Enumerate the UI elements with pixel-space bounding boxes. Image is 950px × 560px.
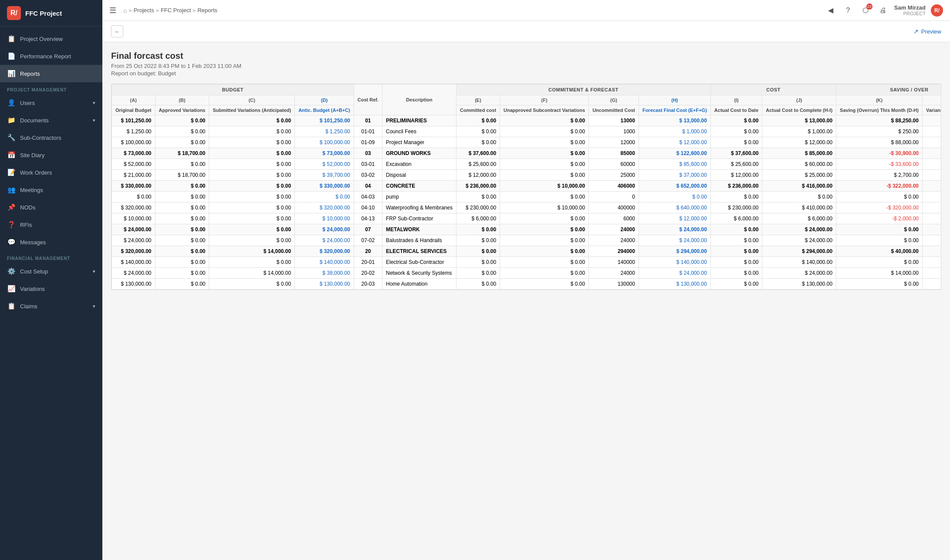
committed-cost-header: Committed cost [456, 105, 500, 115]
col-e-label: (E) [456, 95, 500, 105]
col-c-label: (C) [209, 95, 295, 105]
notification-icon[interactable]: ⬡ 23 [859, 4, 872, 17]
topbar: ☰ ⌂ » Projects » FFC Project » Reports ◀… [102, 0, 950, 21]
user-info: Sam Mirzad PROJECT [894, 4, 926, 16]
table-row: $ 101,250.00$ 0.00$ 0.00$ 101,250.0001PR… [112, 115, 942, 126]
chevron-down-icon: ▾ [93, 118, 95, 123]
actual-to-complete-header: Actual Cost to Complete (H-I) [762, 105, 836, 115]
page-header-bar: ← ↗ Preview [102, 21, 950, 42]
breadcrumb-ffc-project[interactable]: FFC Project [161, 7, 191, 13]
messages-icon: 💬 [7, 238, 16, 246]
sidebar-item-variations[interactable]: 📈 Variations [0, 280, 102, 297]
table-row: $ 0.00$ 0.00$ 0.00$ 0.0004-03pump$ 0.00$… [112, 192, 942, 202]
sidebar-item-label: Site Diary [20, 152, 44, 159]
section-label-financial-management: FINANCIAL MANAGEMENT [0, 251, 102, 263]
report-table: BUDGET Cost Ref. Description COMMITMENT … [112, 84, 941, 290]
sidebar-item-project-overview[interactable]: 📋 Project Overview [0, 30, 102, 47]
sidebar-item-label: Variations [20, 286, 45, 292]
home-icon[interactable]: ⌂ [123, 7, 127, 14]
report-budget-label: Report on budget: Budget [111, 70, 941, 77]
table-row: $ 1,250.00$ 0.00$ 0.00$ 1,250.0001-01Cou… [112, 126, 942, 137]
work-orders-icon: 📝 [7, 168, 16, 177]
back-nav-icon[interactable]: ◀ [825, 4, 837, 17]
main-area: ☰ ⌂ » Projects » FFC Project » Reports ◀… [102, 0, 950, 560]
sidebar-item-claims[interactable]: 📋 Claims ▾ [0, 297, 102, 315]
table-row: $ 330,000.00$ 0.00$ 0.00$ 330,000.0004CO… [112, 181, 942, 192]
project-overview-icon: 📋 [7, 34, 16, 43]
sidebar-item-performance-report[interactable]: 📄 Performance Report [0, 47, 102, 65]
unapproved-header: Unapproved Subcontract Variations [500, 105, 589, 115]
table-row: $ 73,000.00$ 18,700.00$ 0.00$ 73,000.000… [112, 148, 942, 159]
table-row: $ 24,000.00$ 0.00$ 0.00$ 24,000.0007META… [112, 224, 942, 235]
col-a-label: (A) [112, 95, 156, 105]
sidebar-logo: R/ FFC Project [0, 0, 102, 27]
forecast-final-header: Forecast Final Cost (E+F+G) [639, 105, 710, 115]
print-icon[interactable]: 🖨 [877, 4, 889, 17]
help-icon[interactable]: ? [842, 4, 854, 17]
sidebar-item-cost-setup[interactable]: ⚙️ Cost Setup ▾ [0, 263, 102, 280]
section-label-project-management: PROJECT MANAGEMENT [0, 82, 102, 94]
site-diary-icon: 📅 [7, 151, 16, 159]
back-button[interactable]: ← [111, 25, 123, 37]
logo-icon: R/ [7, 6, 21, 20]
notification-badge-count: 23 [866, 3, 872, 10]
rfis-icon: ❓ [7, 220, 16, 229]
sidebar-item-work-orders[interactable]: 📝 Work Orders [0, 164, 102, 181]
sidebar-item-label: Reports [20, 71, 40, 77]
hamburger-icon[interactable]: ☰ [109, 6, 116, 15]
col-f-label: (F) [500, 95, 589, 105]
sidebar-item-label: Cost Setup [20, 268, 48, 275]
saving-over-header: SAVING / OVER [836, 84, 941, 95]
report-title: Final forcast cost [111, 51, 941, 61]
breadcrumb-projects[interactable]: Projects [134, 7, 154, 13]
sidebar-item-reports[interactable]: 📊 Reports [0, 65, 102, 82]
sidebar-item-rfis[interactable]: ❓ RFIs [0, 216, 102, 233]
breadcrumb-sep-2: » [156, 7, 159, 13]
sidebar-item-label: Documents [20, 117, 49, 124]
sidebar-item-messages[interactable]: 💬 Messages [0, 233, 102, 251]
col-k-label: (K) [836, 95, 923, 105]
breadcrumb-reports: Reports [197, 7, 217, 13]
sidebar-item-label: NODs [20, 204, 35, 211]
col-d-label: (D) [295, 95, 354, 105]
sidebar-nav: 📋 Project Overview 📄 Performance Report … [0, 27, 102, 560]
table-row: $ 24,000.00$ 0.00$ 14,000.00$ 38,000.002… [112, 268, 942, 279]
project-name: FFC Project [25, 10, 62, 17]
sidebar-item-sub-contractors[interactable]: 🔧 Sub-Contractors [0, 129, 102, 146]
original-budget-header: Original Budget [112, 105, 156, 115]
commitment-forecast-header: COMMITMENT & FORECAST [456, 84, 710, 95]
table-row: $ 10,000.00$ 0.00$ 0.00$ 10,000.0004-13F… [112, 213, 942, 224]
cost-ref-header: Cost Ref. [354, 84, 382, 115]
uncommitted-cost-header: Uncommitted Cost [589, 105, 639, 115]
report-table-wrapper: BUDGET Cost Ref. Description COMMITMENT … [111, 84, 941, 290]
antic-budget-header: Antic. Budget (A+B+C) [295, 105, 354, 115]
submitted-variations-header: Submitted Variations (Anticipated) [209, 105, 295, 115]
description-header: Description [382, 84, 456, 115]
cost-setup-icon: ⚙️ [7, 267, 16, 276]
content-area: ← ↗ Preview Final forcast cost From 25 O… [102, 21, 950, 560]
sidebar-item-users[interactable]: 👤 Users ▾ [0, 94, 102, 111]
sidebar-item-site-diary[interactable]: 📅 Site Diary [0, 146, 102, 164]
sidebar-item-nods[interactable]: 📌 NODs [0, 199, 102, 216]
chevron-down-icon: ▾ [93, 100, 95, 106]
sidebar-item-label: RFIs [20, 222, 32, 228]
chevron-down-icon: ▾ [93, 304, 95, 309]
table-row: $ 100,000.00$ 0.00$ 0.00$ 100,000.0001-0… [112, 137, 942, 148]
table-row: $ 21,000.00$ 18,700.00$ 0.00$ 39,700.000… [112, 170, 942, 181]
col-b-label: (B) [155, 95, 209, 105]
reports-icon: 📊 [7, 69, 16, 78]
topbar-actions: ◀ ? ⬡ 23 🖨 Sam Mirzad PROJECT R/ [825, 4, 943, 17]
preview-button[interactable]: ↗ Preview [913, 28, 941, 35]
col-l-label: (L) [922, 95, 941, 105]
sidebar-item-label: Meetings [20, 187, 43, 193]
table-row: $ 320,000.00$ 0.00$ 14,000.00$ 320,000.0… [112, 246, 942, 257]
sidebar-item-documents[interactable]: 📁 Documents ▾ [0, 111, 102, 129]
col-g-label: (G) [589, 95, 639, 105]
documents-icon: 📁 [7, 116, 16, 125]
sidebar-item-label: Claims [20, 303, 37, 310]
breadcrumb-sep-3: » [193, 7, 196, 13]
breadcrumb: ⌂ » Projects » FFC Project » Reports [123, 7, 821, 14]
breadcrumb-sep-1: » [128, 7, 132, 13]
sidebar-item-meetings[interactable]: 👥 Meetings [0, 181, 102, 199]
sidebar-item-label: Sub-Contractors [20, 135, 61, 141]
